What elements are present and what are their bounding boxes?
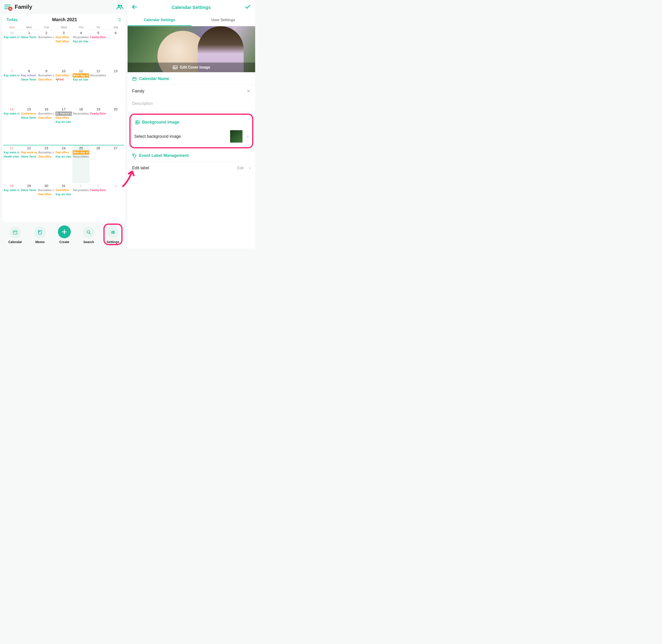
day-cell[interactable]: 23Burnables cDad office bbox=[38, 145, 55, 183]
event-chip[interactable]: Steve Tenni bbox=[21, 35, 37, 39]
day-cell[interactable]: 16Burnables cDad office bbox=[38, 107, 55, 145]
edit-cover-button[interactable]: Edit Cover Image bbox=[127, 63, 255, 72]
days-grid[interactable]: 28Kay swim cl1Steve Tenni2Burnables c3Da… bbox=[3, 30, 124, 221]
day-cell[interactable]: 31Dad officeKay art clas bbox=[55, 183, 72, 221]
nav-create[interactable]: Create bbox=[58, 225, 71, 244]
event-chip[interactable]: Dad office bbox=[55, 151, 72, 155]
day-cell[interactable]: 27 bbox=[107, 145, 124, 183]
event-chip[interactable]: Kay art clas bbox=[55, 155, 72, 159]
event-chip[interactable]: Family Dinn bbox=[90, 35, 107, 39]
day-cell[interactable]: 30Burnables cDad office bbox=[38, 183, 55, 221]
select-background-row[interactable]: Select background image › bbox=[131, 127, 252, 146]
nav-memo[interactable]: Memo bbox=[34, 226, 46, 244]
day-cell[interactable]: 21Kay swim clHealth chec bbox=[3, 145, 21, 183]
event-chip[interactable]: Steve Tenni bbox=[21, 116, 37, 120]
event-chip[interactable]: Recyclables bbox=[90, 73, 107, 77]
month-label[interactable]: March 2021 bbox=[18, 17, 118, 22]
event-chip[interactable]: Dad work se bbox=[21, 151, 37, 155]
day-cell[interactable]: 2Burnables c bbox=[38, 30, 55, 68]
day-cell[interactable]: 7Kay swim cl bbox=[3, 68, 21, 107]
clear-icon[interactable]: ✕ bbox=[246, 88, 251, 94]
tab-user-settings[interactable]: User Settings bbox=[191, 15, 255, 26]
day-cell[interactable]: 24Dad officeKay art clas bbox=[55, 145, 72, 183]
event-chip[interactable]: Health chec bbox=[3, 155, 20, 159]
event-chip[interactable]: Steve Tenni bbox=[21, 155, 37, 159]
day-cell[interactable]: 11Mom day ofKay art clas bbox=[72, 68, 90, 107]
day-cell[interactable]: 22Dad work seSteve Tenni bbox=[21, 145, 38, 183]
event-chip[interactable]: 🐶Vet! bbox=[55, 77, 72, 82]
confirm-icon[interactable] bbox=[244, 4, 251, 11]
nav-calendar[interactable]: Calendar bbox=[8, 226, 22, 244]
event-chip[interactable]: Kay swim cl bbox=[3, 151, 20, 155]
event-chip[interactable]: St. Patrick's bbox=[55, 112, 72, 116]
day-cell[interactable]: 28Kay swim cl bbox=[3, 30, 21, 68]
day-cell[interactable]: 17St. Patrick'sDad officeKay art clas bbox=[55, 107, 72, 145]
event-chip[interactable]: Dad office bbox=[38, 155, 55, 159]
event-chip[interactable]: Dad office bbox=[55, 116, 72, 120]
event-chip[interactable]: Steve Tenni bbox=[21, 188, 37, 192]
event-chip[interactable]: Kay swim cl bbox=[3, 112, 20, 116]
event-chip[interactable]: Burnables c bbox=[38, 188, 55, 192]
event-chip[interactable]: Kay swim cl bbox=[3, 35, 20, 39]
day-cell[interactable]: 10Dad office🐶Vet! bbox=[55, 68, 72, 107]
event-chip[interactable]: Dad office bbox=[38, 192, 55, 197]
day-cell[interactable]: 3Dad officeDad office bbox=[55, 30, 72, 68]
day-cell[interactable]: 26 bbox=[90, 145, 107, 183]
members-icon[interactable] bbox=[117, 4, 123, 10]
day-cell[interactable]: 9Burnables cDad office bbox=[38, 68, 55, 107]
day-cell[interactable]: 19Family Dinn bbox=[90, 107, 107, 145]
event-chip[interactable]: Recyclables bbox=[73, 112, 89, 116]
event-chip[interactable]: Burnables c bbox=[38, 151, 55, 155]
event-chip[interactable]: Kay art clas bbox=[73, 77, 89, 82]
today-button[interactable]: Today bbox=[6, 18, 18, 22]
event-chip[interactable]: Burnables c bbox=[38, 35, 55, 39]
day-cell[interactable]: 6 bbox=[107, 30, 124, 68]
description-input[interactable]: Description bbox=[127, 97, 255, 111]
event-chip[interactable]: Family Dinn bbox=[90, 188, 107, 192]
event-chip[interactable]: Dad office bbox=[55, 35, 72, 39]
nav-search[interactable]: Search bbox=[83, 226, 95, 244]
event-chip[interactable]: Kay art clas bbox=[73, 39, 89, 44]
day-cell[interactable]: 25Mom day ofRecyclables bbox=[72, 145, 90, 183]
nav-settings[interactable]: Settings bbox=[107, 226, 119, 244]
event-chip[interactable]: Recyclables bbox=[73, 188, 89, 192]
event-chip[interactable]: Dad office bbox=[38, 77, 55, 82]
day-cell[interactable]: 2Family Dinn bbox=[90, 183, 107, 221]
day-cell[interactable]: 12Recyclables bbox=[90, 68, 107, 107]
event-chip[interactable]: Burnables c bbox=[38, 112, 55, 116]
collapse-icon[interactable] bbox=[118, 18, 121, 22]
day-cell[interactable]: 5Family Dinn bbox=[90, 30, 107, 68]
event-chip[interactable]: Mom day of bbox=[73, 151, 89, 155]
event-chip[interactable]: Dad office bbox=[55, 39, 72, 44]
day-cell[interactable]: 28Kay swim cl bbox=[3, 183, 21, 221]
day-cell[interactable]: 1Recyclables bbox=[72, 183, 90, 221]
day-cell[interactable]: 20 bbox=[107, 107, 124, 145]
day-cell[interactable]: 3 bbox=[107, 183, 124, 221]
day-cell[interactable]: 15ConferenceSteve Tenni bbox=[21, 107, 38, 145]
event-chip[interactable]: Burnables c bbox=[38, 73, 55, 77]
day-cell[interactable]: 8Kay schoolSteve Tenni bbox=[21, 68, 38, 107]
event-chip[interactable]: Dad office bbox=[38, 116, 55, 120]
day-cell[interactable]: 4RecyclablesKay art clas bbox=[72, 30, 90, 68]
calendar-name-input[interactable]: Family bbox=[132, 89, 246, 94]
edit-label-row[interactable]: Edit label Edit › bbox=[127, 161, 255, 175]
event-chip[interactable]: Kay swim cl bbox=[3, 73, 20, 77]
event-chip[interactable]: Kay art clas bbox=[55, 192, 72, 197]
event-chip[interactable]: Mom day of bbox=[73, 73, 89, 77]
menu-icon[interactable]: N bbox=[4, 4, 10, 9]
event-chip[interactable]: Kay school bbox=[21, 73, 37, 77]
event-chip[interactable]: Conference bbox=[21, 112, 37, 116]
day-cell[interactable]: 14Kay swim cl bbox=[3, 107, 21, 145]
event-chip[interactable]: Recyclables bbox=[73, 155, 89, 159]
day-cell[interactable]: 1Steve Tenni bbox=[21, 30, 38, 68]
event-chip[interactable]: Dad office bbox=[55, 188, 72, 192]
day-cell[interactable]: 29Steve Tenni bbox=[21, 183, 38, 221]
cover-image[interactable]: Edit Cover Image bbox=[127, 26, 255, 72]
day-cell[interactable]: 13 bbox=[107, 68, 124, 107]
day-cell[interactable]: 18Recyclables bbox=[72, 107, 90, 145]
event-chip[interactable]: Kay art clas bbox=[55, 120, 72, 124]
tab-calendar-settings[interactable]: Calendar Settings bbox=[127, 15, 191, 26]
back-icon[interactable] bbox=[132, 4, 138, 11]
event-chip[interactable]: Kay swim cl bbox=[3, 188, 20, 192]
event-chip[interactable]: Steve Tenni bbox=[21, 77, 37, 82]
